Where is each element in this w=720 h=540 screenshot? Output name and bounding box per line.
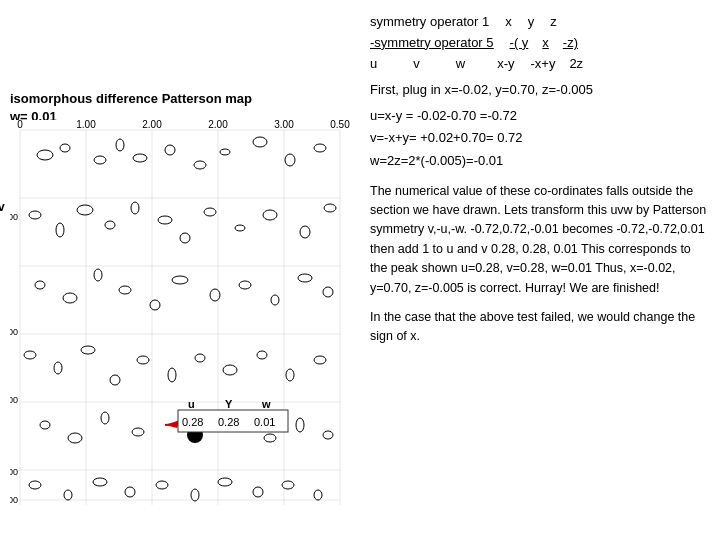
svg-rect-0 bbox=[10, 120, 350, 510]
right-panel: symmetry operator 1 x y z -symmetry oper… bbox=[360, 0, 720, 540]
svg-text:0.200: 0.200 bbox=[10, 327, 18, 337]
uvw-u-label: u bbox=[370, 54, 377, 75]
calc-block: u=x-y = -0.02-0.70 =-0.72 v=-x+y= +0.02+… bbox=[370, 105, 710, 171]
svg-text:2.00: 2.00 bbox=[208, 120, 228, 130]
uvw-row: u v w x-y -x+y 2z bbox=[370, 54, 710, 75]
op1-x: x bbox=[505, 12, 512, 33]
op1-y: y bbox=[528, 12, 535, 33]
svg-text:w: w bbox=[261, 398, 271, 410]
map-title-line1: isomorphous difference Patterson map bbox=[10, 90, 252, 108]
op5-z: -z) bbox=[563, 33, 578, 54]
svg-text:u: u bbox=[188, 398, 195, 410]
op5-label: -symmetry operator 5 bbox=[370, 33, 494, 54]
final-note-content: In the case that the above test failed, … bbox=[370, 310, 695, 343]
calc-w: w=2z=2*(-0.005)=-0.01 bbox=[370, 150, 710, 172]
uvw-expr-w: 2z bbox=[569, 54, 583, 75]
op5-row: -symmetry operator 5 -( y x -z) bbox=[370, 33, 710, 54]
svg-text:0.50: 0.50 bbox=[330, 120, 350, 130]
op5-x: -( y bbox=[510, 33, 529, 54]
uvw-expr-v: -x+y bbox=[530, 54, 555, 75]
svg-text:1.00: 1.00 bbox=[76, 120, 96, 130]
left-panel: isomorphous difference Patterson map w= … bbox=[0, 0, 360, 540]
svg-text:0.28: 0.28 bbox=[218, 416, 239, 428]
map-container: v 0 1.00 2.00 2.00 3.0 bbox=[10, 120, 350, 510]
operator-table: symmetry operator 1 x y z -symmetry oper… bbox=[370, 12, 710, 74]
uvw-expr-u: x-y bbox=[497, 54, 514, 75]
svg-text:0.500: 0.500 bbox=[10, 495, 18, 505]
v-axis-label: v bbox=[0, 200, 5, 214]
svg-text:0.28: 0.28 bbox=[182, 416, 203, 428]
first-plug-line: First, plug in x=-0.02, y=0.70, z=-0.005 bbox=[370, 82, 710, 97]
op1-row: symmetry operator 1 x y z bbox=[370, 12, 710, 33]
svg-text:0.01: 0.01 bbox=[254, 416, 275, 428]
op1-z: z bbox=[550, 12, 557, 33]
final-note-text: In the case that the above test failed, … bbox=[370, 308, 710, 347]
patterson-map: 0 1.00 2.00 2.00 3.00 0.50 0.100 0.200 0… bbox=[10, 120, 350, 510]
svg-line-90 bbox=[165, 424, 178, 425]
svg-text:Y: Y bbox=[225, 398, 233, 410]
calc-u: u=x-y = -0.02-0.70 =-0.72 bbox=[370, 105, 710, 127]
svg-text:0.400: 0.400 bbox=[10, 467, 18, 477]
explanation-text: The numerical value of these co-ordinate… bbox=[370, 182, 710, 298]
svg-text:0.300: 0.300 bbox=[10, 395, 18, 405]
op5-y: x bbox=[542, 33, 549, 54]
calc-v: v=-x+y= +0.02+0.70= 0.72 bbox=[370, 127, 710, 149]
svg-text:3.00: 3.00 bbox=[274, 120, 294, 130]
svg-text:0.100: 0.100 bbox=[10, 212, 18, 222]
op1-label: symmetry operator 1 bbox=[370, 12, 489, 33]
uvw-v-label: v bbox=[413, 54, 420, 75]
svg-text:2.00: 2.00 bbox=[142, 120, 162, 130]
explanation-content: The numerical value of these co-ordinate… bbox=[370, 184, 706, 295]
svg-text:0: 0 bbox=[17, 120, 23, 130]
uvw-w-label: w bbox=[456, 54, 465, 75]
